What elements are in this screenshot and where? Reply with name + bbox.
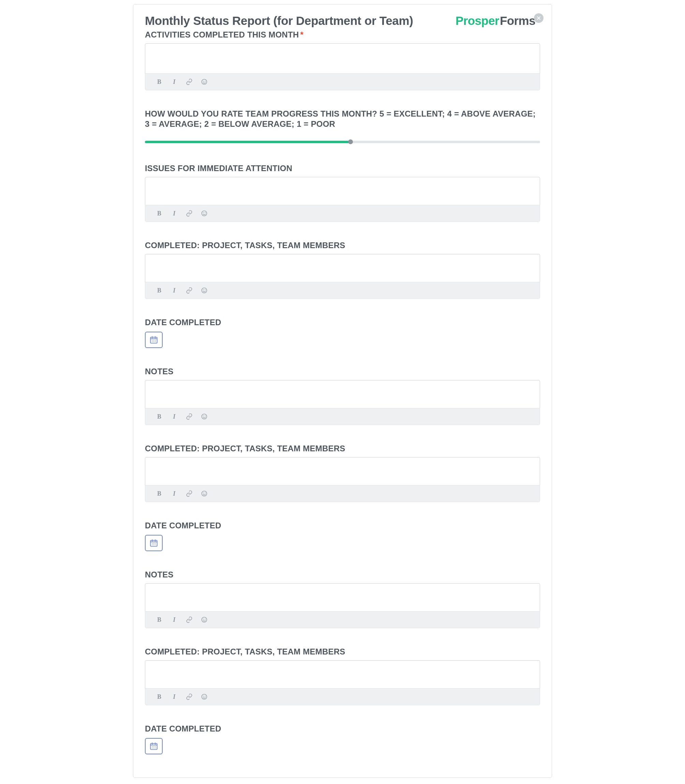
rich-text-input[interactable] [145,583,540,611]
svg-point-21 [203,696,204,697]
field-label: COMPLETED: PROJECT, TASKS, TEAM MEMBERS [145,646,540,657]
svg-point-14 [203,493,204,494]
required-asterisk: * [300,30,304,39]
label-text: ACTIVITIES COMPLETED THIS MONTH [145,30,299,39]
svg-point-22 [205,696,206,697]
field-date-completed-1: DATE COMPLETED [145,317,540,348]
field-date-completed-3: DATE COMPLETED [145,724,540,754]
svg-point-11 [203,416,204,416]
bold-button[interactable]: B [155,412,164,421]
emoji-icon [201,693,208,700]
field-label: COMPLETED: PROJECT, TASKS, TEAM MEMBERS [145,444,540,454]
rating-slider[interactable] [145,139,540,145]
emoji-button[interactable] [200,489,209,498]
emoji-button[interactable] [200,412,209,421]
slider-thumb[interactable] [348,139,353,144]
editor-toolbar: B I [145,688,540,705]
svg-point-5 [205,213,206,214]
emoji-button[interactable] [200,286,209,295]
form-card: Monthly Status Report (for Department or… [133,4,552,778]
italic-button[interactable]: I [170,286,179,295]
rich-text-input[interactable] [145,43,540,73]
link-button[interactable] [185,286,194,295]
italic-button[interactable]: I [170,692,179,701]
svg-point-8 [205,290,206,290]
emoji-button[interactable] [200,692,209,701]
field-issues: ISSUES FOR IMMEDIATE ATTENTION B I [145,163,540,222]
field-rating: HOW WOULD YOU RATE TEAM PROGRESS THIS MO… [145,109,540,145]
field-date-completed-2: DATE COMPLETED [145,520,540,551]
italic-button[interactable]: I [170,78,179,86]
bold-button[interactable]: B [155,78,164,86]
field-label: COMPLETED: PROJECT, TASKS, TEAM MEMBERS [145,240,540,251]
field-label: DATE COMPLETED [145,724,540,734]
field-label: NOTES [145,570,540,580]
emoji-icon [201,490,208,497]
rich-text-input[interactable] [145,380,540,408]
date-picker-button[interactable] [145,332,162,348]
link-button[interactable] [185,209,194,218]
link-icon [186,616,193,623]
link-icon [186,287,193,294]
emoji-button[interactable] [200,615,209,624]
svg-point-6 [202,288,207,293]
italic-button[interactable]: I [170,209,179,218]
logo-text-1: Prosper [456,14,499,27]
rich-text-input[interactable] [145,254,540,282]
field-notes-2: NOTES B I [145,570,540,628]
rich-text-input[interactable] [145,457,540,485]
page-title: Monthly Status Report (for Department or… [145,14,413,28]
date-picker-button[interactable] [145,535,162,551]
field-completed-2: COMPLETED: PROJECT, TASKS, TEAM MEMBERS … [145,444,540,502]
bold-button[interactable]: B [155,286,164,295]
editor-toolbar: B I [145,485,540,502]
emoji-icon [201,78,208,85]
link-button[interactable] [185,78,194,86]
emoji-icon [201,616,208,623]
link-button[interactable] [185,412,194,421]
emoji-button[interactable] [200,209,209,218]
field-completed-3: COMPLETED: PROJECT, TASKS, TEAM MEMBERS … [145,646,540,705]
svg-point-7 [203,290,204,290]
logo: ProsperForms [456,14,540,28]
svg-point-10 [202,414,207,419]
bold-button[interactable]: B [155,615,164,624]
link-button[interactable] [185,489,194,498]
field-activities-completed: ACTIVITIES COMPLETED THIS MONTH* B I [145,30,540,90]
link-icon [186,413,193,420]
emoji-icon [201,413,208,420]
italic-button[interactable]: I [170,615,179,624]
rich-text-input[interactable] [145,177,540,205]
field-label: DATE COMPLETED [145,317,540,327]
svg-point-17 [202,617,207,622]
link-icon [186,210,193,217]
rich-text-input[interactable] [145,660,540,688]
bold-button[interactable]: B [155,692,164,701]
emoji-icon [201,210,208,217]
italic-button[interactable]: I [170,412,179,421]
link-button[interactable] [185,692,194,701]
bold-button[interactable]: B [155,209,164,218]
italic-button[interactable]: I [170,489,179,498]
svg-point-20 [202,694,207,700]
svg-point-2 [205,81,206,82]
svg-point-4 [203,213,204,214]
editor-toolbar: B I [145,205,540,222]
link-button[interactable] [185,615,194,624]
field-completed-1: COMPLETED: PROJECT, TASKS, TEAM MEMBERS … [145,240,540,299]
svg-point-18 [203,619,204,620]
slider-fill [145,141,351,143]
close-button[interactable] [534,13,544,23]
logo-text-2: Forms [500,14,535,27]
emoji-icon [201,287,208,294]
calendar-icon [149,335,158,344]
svg-point-0 [202,79,207,84]
field-label: NOTES [145,366,540,377]
field-label: DATE COMPLETED [145,520,540,531]
date-picker-button[interactable] [145,738,162,754]
emoji-button[interactable] [200,78,209,86]
link-icon [186,490,193,497]
bold-button[interactable]: B [155,489,164,498]
svg-point-3 [202,211,207,216]
calendar-icon [149,742,158,751]
